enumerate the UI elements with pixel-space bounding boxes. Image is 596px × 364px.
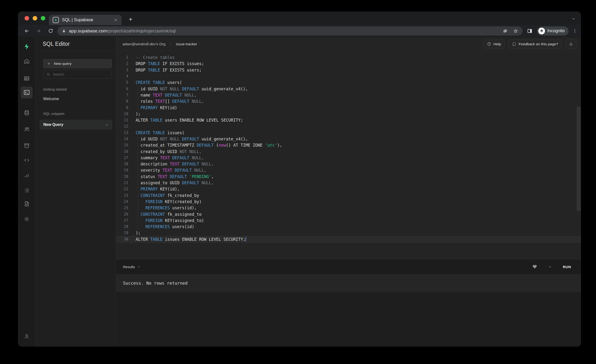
code-line-30[interactable]: 30ALTER TABLE issues ENABLE ROW LEVEL SE… [116, 236, 581, 242]
supabase-logo-icon[interactable] [22, 41, 32, 52]
forward-icon[interactable] [34, 26, 44, 36]
code-line-12[interactable]: 12 [116, 123, 581, 129]
line-number: 3 [116, 68, 128, 72]
docs-file-icon[interactable] [22, 199, 32, 209]
account-user-icon[interactable] [22, 331, 32, 342]
favorite-heart-icon[interactable] [532, 264, 537, 269]
line-number: 6 [116, 87, 128, 91]
supabase-app: SQL Editor New query Getting started Wel… [18, 37, 581, 347]
auth-users-icon[interactable] [22, 124, 32, 135]
line-number: 8 [116, 99, 128, 104]
code-line-17[interactable]: 17 summary TEXT DEFAULT NULL, [116, 155, 581, 161]
code-line-23[interactable]: 23 CONSTRAINT fk_created_by [116, 192, 581, 199]
incognito-spy-icon [538, 28, 545, 34]
snippet-search[interactable] [43, 70, 112, 79]
sidebar-item-welcome[interactable]: Welcome [43, 97, 111, 101]
bookmark-star-icon[interactable] [513, 28, 518, 34]
new-query-button[interactable]: New query [43, 59, 112, 68]
code-line-13[interactable]: 13CREATE TABLE issues( [116, 130, 581, 136]
code-line-text: CREATE TABLE issues( [128, 130, 581, 135]
code-line-1[interactable]: 1-- Create tables [116, 54, 581, 60]
home-icon[interactable] [22, 56, 32, 67]
incognito-label: Incognito [547, 28, 565, 33]
breadcrumb-project[interactable]: issue-tracker [176, 42, 197, 46]
side-panel-icon[interactable] [527, 28, 533, 34]
code-line-2[interactable]: 2DROP TABLE IF EXISTS issues; [116, 60, 581, 67]
code-line-22[interactable]: 22 PRIMARY KEY(id), [116, 186, 581, 192]
code-line-28[interactable]: 28 REFERENCES users(id) [116, 223, 581, 230]
line-number: 25 [116, 206, 128, 210]
code-line-text: ); [128, 111, 581, 116]
line-number: 15 [116, 143, 128, 147]
zoom-window-button[interactable] [41, 16, 45, 21]
search-input[interactable] [53, 72, 109, 76]
code-line-7[interactable]: 7 name TEXT DEFAULT NULL, [116, 92, 581, 98]
settings-gear-icon[interactable] [22, 214, 32, 224]
code-line-16[interactable]: 16 created_by UUID NOT NULL, [116, 148, 581, 155]
sql-code-editor[interactable]: 1-- Create tables2DROP TABLE IF EXISTS i… [116, 51, 581, 259]
line-number: 1 [116, 55, 128, 59]
notifications-button[interactable] [565, 40, 577, 48]
run-options-chevron-icon[interactable] [548, 265, 552, 269]
code-line-text: DROP TABLE IF EXISTS users; [128, 68, 581, 73]
tab-close-icon[interactable] [113, 18, 118, 22]
new-tab-button[interactable] [128, 17, 133, 22]
reload-icon[interactable] [45, 26, 56, 36]
code-line-25[interactable]: 25 REFERENCES users(id), [116, 205, 581, 211]
tab-title: SQL | Supabase [62, 17, 110, 22]
code-line-21[interactable]: 21 assigned_to UUID DEFAULT NULL, [116, 180, 581, 186]
minimize-window-button[interactable] [33, 16, 37, 21]
code-line-8[interactable]: 8 roles TEXT[] DEFAULT NULL, [116, 98, 581, 104]
help-button-label: Help [493, 42, 501, 46]
code-line-11[interactable]: 11ALTER TABLE users ENABLE ROW LEVEL SEC… [116, 117, 581, 123]
code-line-3[interactable]: 3DROP TABLE IF EXISTS users; [116, 67, 581, 73]
code-line-9[interactable]: 9 PRIMARY KEY(id) [116, 104, 581, 111]
code-line-20[interactable]: 20 status TEXT DEFAULT 'PENDING', [116, 174, 581, 180]
code-line-14[interactable]: 14 id UUID NOT NULL DEFAULT uuid_generat… [116, 136, 581, 142]
browser-menu-icon[interactable] [572, 29, 577, 33]
incognito-badge: Incognito [537, 26, 569, 36]
close-window-button[interactable] [25, 16, 29, 21]
breadcrumb-org[interactable]: adam@windmill.dev's Org [123, 42, 165, 46]
sidebar-item-new-query-label: New Query [43, 123, 63, 127]
run-button[interactable]: RUN [563, 265, 571, 269]
code-line-6[interactable]: 6 id UUID NOT NULL DEFAULT uuid_generate… [116, 86, 581, 92]
line-number: 4 [116, 74, 128, 78]
tab-search-chevron-icon[interactable] [571, 17, 576, 21]
code-line-24[interactable]: 24 FOREIGN KEY(created_by) [116, 199, 581, 205]
help-button[interactable]: Help [483, 40, 505, 48]
plus-icon [47, 61, 51, 66]
back-icon[interactable] [22, 26, 32, 36]
sql-editor-terminal-icon[interactable] [21, 87, 33, 98]
code-line-29[interactable]: 29); [116, 230, 581, 236]
code-line-26[interactable]: 26 CONSTRAINT fk_assigned_to [116, 211, 581, 217]
code-line-text: status TEXT DEFAULT 'PENDING', [128, 174, 581, 179]
line-number: 21 [116, 181, 128, 185]
eye-off-icon[interactable] [503, 28, 508, 34]
code-line-4[interactable]: 4 [116, 73, 581, 79]
browser-tab[interactable]: SQL | Supabase [49, 15, 122, 25]
logs-list-icon[interactable] [22, 185, 32, 196]
sidebar-item-new-query[interactable]: New Query [40, 120, 112, 130]
supabase-favicon-icon [53, 17, 59, 23]
code-line-15[interactable]: 15 created_at TIMESTAMPTZ DEFAULT (now()… [116, 142, 581, 148]
line-number: 18 [116, 162, 128, 166]
table-editor-icon[interactable] [22, 73, 32, 84]
database-icon[interactable] [22, 108, 32, 118]
code-line-18[interactable]: 18 description TEXT DEFAULT NULL, [116, 161, 581, 167]
reports-chart-icon[interactable] [22, 170, 32, 180]
results-dropdown[interactable]: Results [123, 265, 141, 269]
feedback-button[interactable]: Feedback on this page? [508, 40, 562, 48]
code-line-27[interactable]: 27 FOREIGN KEY(assigned_to) [116, 217, 581, 223]
browser-window: SQL | Supabase app.supabase.com/project/… [18, 11, 581, 347]
url-host: app.supabase.com [69, 28, 107, 33]
url-path: /project/azahtnhqohyjerzaxtmk/sql [107, 28, 176, 33]
url-bar[interactable]: app.supabase.com/project/azahtnhqohyjerz… [58, 26, 522, 36]
code-line-19[interactable]: 19 severity TEXT DEFAULT NULL, [116, 167, 581, 173]
storage-box-icon[interactable] [22, 141, 32, 151]
code-line-5[interactable]: 5CREATE TABLE users( [116, 79, 581, 86]
code-line-10[interactable]: 10); [116, 111, 581, 117]
lock-icon[interactable] [62, 29, 66, 33]
chevron-down-icon[interactable] [105, 123, 108, 126]
code-line-text: ALTER TABLE issues ENABLE ROW LEVEL SECU… [128, 237, 581, 242]
